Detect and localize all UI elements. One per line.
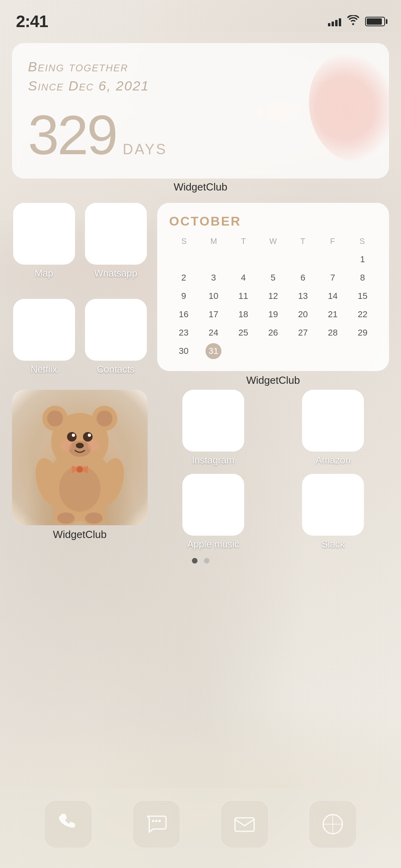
cal-day-21: 21 — [325, 306, 341, 322]
apple-music-label: Apple music — [187, 539, 239, 550]
cal-day-30: 30 — [176, 343, 192, 359]
cal-empty-7 — [235, 343, 251, 359]
app-item-map[interactable]: Map — [12, 203, 76, 291]
svg-point-23 — [88, 440, 99, 451]
cal-day-3: 3 — [205, 270, 221, 286]
map-icon[interactable] — [13, 203, 75, 265]
status-time: 2:41 — [16, 12, 48, 31]
signal-bar-1 — [328, 23, 330, 26]
teddy-widget-label: WidgetClub — [12, 528, 148, 541]
netflix-label: Netflix — [31, 364, 57, 375]
teddy-bear-svg — [28, 390, 132, 525]
cal-day-23: 23 — [176, 325, 192, 341]
svg-point-9 — [88, 434, 91, 437]
status-bar: 2:41 — [0, 0, 401, 35]
cal-day-27: 27 — [295, 325, 311, 341]
app-item-whatsapp[interactable]: Whatsapp — [84, 203, 148, 291]
cal-day-17: 17 — [205, 306, 221, 322]
whatsapp-icon[interactable] — [85, 203, 147, 265]
days-label: Days — [123, 141, 167, 158]
app-item-amazon[interactable]: Amazon — [277, 390, 389, 466]
cal-day-13: 13 — [295, 288, 311, 304]
svg-point-6 — [67, 432, 77, 442]
cal-header-s2: S — [348, 235, 377, 247]
cal-header-f: F — [318, 235, 347, 247]
apps-grid-left: Map Whatsapp Netflix Contacts — [12, 203, 148, 387]
app-item-apple-music[interactable]: Apple music — [157, 474, 269, 550]
page-dots — [12, 558, 389, 564]
battery-fill — [367, 18, 382, 25]
signal-bar-3 — [335, 20, 338, 26]
contacts-icon[interactable] — [85, 299, 147, 361]
cal-day-12: 12 — [265, 288, 281, 304]
cal-day-16: 16 — [176, 306, 192, 322]
app-item-contacts[interactable]: Contacts — [84, 299, 148, 387]
cal-day-18: 18 — [235, 306, 251, 322]
slack-label: Slack — [321, 539, 345, 550]
cal-header-t2: T — [288, 235, 318, 247]
widget1-label: WidgetClub — [12, 181, 389, 193]
slack-icon[interactable] — [302, 474, 364, 536]
wifi-icon — [347, 15, 360, 28]
page-dot-2 — [204, 558, 209, 564]
cal-day-25: 25 — [235, 325, 251, 341]
svg-point-5 — [97, 410, 113, 426]
being-together-text: Being together Since Dec 6, 2021 — [28, 57, 373, 95]
contacts-label: Contacts — [97, 364, 135, 375]
app-item-instagram[interactable]: Instagram — [157, 390, 269, 466]
cal-day-14: 14 — [325, 288, 341, 304]
cal-day-28: 28 — [325, 325, 341, 341]
netflix-icon[interactable] — [13, 299, 75, 361]
signal-bar-4 — [339, 18, 341, 26]
app-item-slack[interactable]: Slack — [277, 474, 389, 550]
cal-empty-1 — [176, 251, 192, 267]
apps-grid-right: Instagram Amazon Apple music — [157, 390, 389, 550]
cal-empty-11 — [355, 343, 371, 359]
calendar-widget-label: WidgetClub — [157, 374, 389, 387]
cal-day-11: 11 — [235, 288, 251, 304]
widget-days-content: Being together Since Dec 6, 2021 329 Day… — [28, 57, 373, 163]
cal-day-5: 5 — [265, 270, 281, 286]
cal-day-24: 24 — [205, 325, 221, 341]
cal-day-4: 4 — [235, 270, 251, 286]
apple-music-icon[interactable] — [182, 474, 244, 536]
cal-empty-8 — [265, 343, 281, 359]
signal-bar-2 — [332, 22, 334, 26]
svg-point-22 — [61, 440, 72, 451]
cal-day-2: 2 — [176, 270, 192, 286]
calendar-month: October — [169, 214, 377, 229]
page-dot-1 — [192, 558, 198, 564]
cal-empty-9 — [295, 343, 311, 359]
cal-empty-4 — [265, 251, 281, 267]
calendar-header: S M T W T F S — [169, 235, 377, 247]
amazon-label: Amazon — [316, 455, 351, 466]
apps-calendar-row: Map Whatsapp Netflix Contacts — [12, 203, 389, 387]
svg-point-3 — [47, 410, 63, 426]
cal-day-22: 22 — [355, 306, 371, 322]
calendar-grid: S M T W T F S — [169, 235, 377, 360]
battery-icon — [365, 17, 385, 26]
cal-day-19: 19 — [265, 306, 281, 322]
cal-header-t1: T — [229, 235, 258, 247]
map-label: Map — [35, 268, 53, 279]
signal-icon — [328, 17, 341, 26]
cal-empty-6 — [325, 251, 341, 267]
instagram-icon[interactable] — [182, 390, 244, 452]
cal-header-m: M — [199, 235, 228, 247]
cal-day-8: 8 — [355, 270, 371, 286]
days-together-widget[interactable]: Being together Since Dec 6, 2021 329 Day… — [12, 43, 389, 179]
cal-day-15: 15 — [355, 288, 371, 304]
main-content: Being together Since Dec 6, 2021 329 Day… — [0, 35, 401, 868]
cal-day-26: 26 — [265, 325, 281, 341]
amazon-icon[interactable] — [302, 390, 364, 452]
cal-day-9: 9 — [176, 288, 192, 304]
cal-day-6: 6 — [295, 270, 311, 286]
whatsapp-label: Whatsapp — [94, 268, 137, 279]
cal-empty-3 — [235, 251, 251, 267]
teddy-apps-row: WidgetClub Instagram Amazon — [12, 390, 389, 550]
cal-empty-10 — [325, 343, 341, 359]
cal-day-31-today: 31 — [205, 343, 221, 359]
cal-empty-2 — [205, 251, 221, 267]
app-item-netflix[interactable]: Netflix — [12, 299, 76, 387]
teddy-bear-widget[interactable] — [12, 390, 148, 525]
